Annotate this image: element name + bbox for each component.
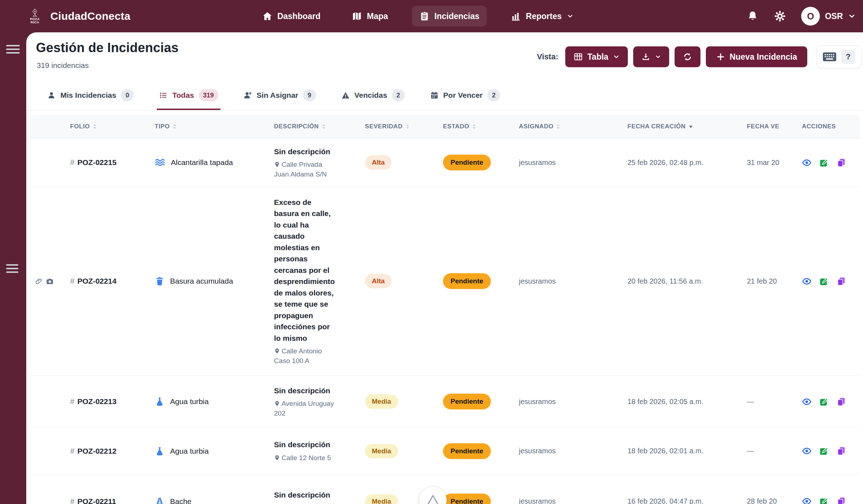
notifications-bell-icon[interactable] (746, 10, 759, 22)
refresh-icon (682, 52, 693, 62)
due-date: — (741, 398, 796, 406)
table-row[interactable]: #POZ-02213 Agua turbia Sin descripción A… (31, 376, 860, 428)
location: Calle Antonio Caso 100 A (274, 347, 336, 366)
new-incident-label: Nueva Incidencia (730, 52, 797, 62)
menu-toggle-top[interactable] (6, 45, 20, 54)
severity-badge: Media (365, 394, 398, 409)
assignee: jesusramos (511, 497, 620, 504)
view-selector-button[interactable]: Tabla (565, 46, 628, 67)
due-date: 21 feb 20 (741, 277, 796, 285)
nav-item-reportes[interactable]: Reportes (503, 6, 581, 27)
tipo-label: Basura acumulada (170, 277, 233, 285)
left-rail (0, 32, 26, 504)
folio: POZ-02213 (77, 397, 117, 406)
hash-icon: # (70, 397, 74, 406)
column-header-fecha-creacion[interactable]: FECHA CREACIÓN (620, 123, 741, 130)
settings-gear-icon[interactable] (774, 10, 786, 22)
menu-toggle-middle[interactable] (6, 264, 18, 273)
tab-por-vencer[interactable]: Por Vencer 2 (428, 86, 503, 110)
nav-label: Incidencias (434, 12, 479, 21)
city-crest-icon: POZA RICA (27, 5, 43, 27)
user-menu[interactable]: O OSR (801, 7, 856, 26)
chevron-down-icon (655, 54, 661, 60)
nav-label: Mapa (367, 12, 388, 21)
home-icon (262, 11, 273, 22)
tab-label: Todas (172, 91, 194, 100)
column-header-descripcion[interactable]: DESCRIPCIÓN (268, 123, 354, 130)
view-icon[interactable] (802, 276, 812, 286)
created-date: 20 feb 2026, 11:56 a.m. (620, 277, 741, 285)
avatar: O (801, 7, 820, 26)
nav-item-incidencias[interactable]: Incidencias (412, 6, 487, 27)
copy-icon[interactable] (836, 496, 846, 504)
column-header-folio[interactable]: FOLIO (58, 123, 140, 130)
help-key: ? (841, 50, 855, 64)
copy-icon[interactable] (836, 397, 846, 407)
keyboard-shortcuts-hint[interactable]: ? (816, 45, 862, 68)
map-icon (351, 11, 362, 22)
new-incident-button[interactable]: Nueva Incidencia (706, 46, 807, 67)
created-date: 18 feb 2026, 02:05 a.m. (620, 398, 741, 406)
refresh-button[interactable] (675, 46, 700, 67)
column-header-fecha-vencimiento[interactable]: FECHA VE (741, 123, 796, 130)
tab-todas[interactable]: Todas 319 (157, 86, 220, 110)
tipo-label: Alcantarilla tapada (171, 158, 233, 167)
edit-icon[interactable] (819, 397, 829, 407)
navbar-actions: O OSR (746, 0, 856, 32)
column-header-asignado[interactable]: ASIGNADO (511, 123, 620, 130)
status-badge: Pendiente (443, 394, 491, 409)
sort-icon (93, 124, 97, 129)
user-name: OSR (825, 12, 843, 21)
flask-icon (155, 397, 165, 407)
edit-icon[interactable] (819, 496, 829, 504)
view-icon[interactable] (802, 446, 812, 456)
tipo-label: Bache (170, 497, 192, 504)
tab-vencidas[interactable]: Vencidas 2 (339, 86, 407, 110)
view-icon[interactable] (802, 158, 812, 168)
tab-sin-asignar[interactable]: Sin Asignar 9 (241, 86, 318, 110)
status-badge: Pendiente (443, 155, 491, 170)
column-header-severidad[interactable]: SEVERIDAD (354, 123, 433, 130)
tab-label: Por Vencer (443, 91, 483, 100)
description: Sin descripción (274, 385, 336, 397)
attachment-paperclip-icon (35, 278, 43, 285)
tipo-label: Agua turbia (170, 447, 209, 455)
description: Sin descripción (274, 439, 336, 450)
tab-mis-incidencias[interactable]: Mis Incidencias 0 (45, 86, 136, 110)
sort-icon (472, 124, 476, 129)
sort-icon (173, 124, 177, 129)
tab-count: 9 (303, 89, 316, 101)
table-row[interactable]: #POZ-02214 Basura acumulada Exceso de ba… (31, 187, 860, 376)
waves-icon (155, 157, 165, 168)
nav-label: Reportes (526, 12, 562, 21)
status-badge: Pendiente (443, 494, 491, 504)
incident-count: 319 incidencias (37, 61, 89, 70)
view-icon[interactable] (802, 496, 812, 504)
edit-icon[interactable] (819, 158, 829, 168)
edit-icon[interactable] (819, 446, 829, 456)
nav-item-dashboard[interactable]: Dashboard (255, 6, 328, 27)
plus-icon (716, 52, 725, 61)
folio: POZ-02215 (77, 158, 117, 167)
hash-icon: # (70, 276, 74, 286)
list-icon (159, 91, 168, 100)
column-header-tipo[interactable]: TIPO (140, 123, 268, 130)
tab-count: 2 (487, 89, 500, 101)
top-navbar: POZA RICA CiudadConecta Dashboard Mapa I… (0, 0, 863, 32)
view-icon[interactable] (802, 397, 812, 407)
table-row[interactable]: #POZ-02215 Alcantarilla tapada Sin descr… (31, 138, 860, 187)
column-header-estado[interactable]: ESTADO (433, 123, 511, 130)
edit-icon[interactable] (819, 276, 829, 286)
copy-icon[interactable] (836, 446, 846, 456)
sort-desc-icon (689, 125, 693, 128)
assignee: jesusramos (511, 159, 620, 167)
nav-item-mapa[interactable]: Mapa (344, 6, 395, 27)
table-row[interactable]: #POZ-02212 Agua turbia Sin descripción C… (31, 428, 860, 475)
page-title: Gestión de Incidencias (36, 40, 179, 55)
copy-icon[interactable] (836, 158, 846, 168)
export-button[interactable] (633, 46, 669, 67)
copy-icon[interactable] (836, 276, 846, 286)
sort-icon (406, 124, 410, 129)
map-pin-icon (274, 455, 280, 461)
severity-badge: Alta (365, 274, 392, 288)
